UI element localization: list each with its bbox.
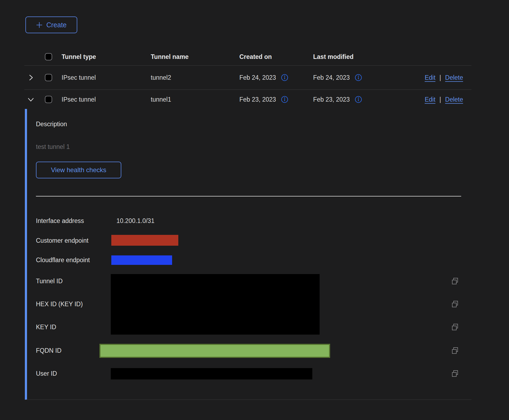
tunnel-name-cell: tunnel1 xyxy=(151,96,171,103)
info-icon[interactable] xyxy=(281,96,288,103)
tunnel-id-label: Tunnel ID xyxy=(36,277,63,285)
customer-endpoint-redacted-value xyxy=(111,235,178,246)
delete-link[interactable]: Delete xyxy=(445,96,463,103)
copy-icon xyxy=(451,277,459,285)
row-checkbox[interactable] xyxy=(45,96,52,103)
tunnel-type-cell: IPsec tunnel xyxy=(62,74,96,81)
copy-tunnel-id-button[interactable] xyxy=(451,277,459,285)
copy-hex-id-button[interactable] xyxy=(451,300,459,308)
info-icon[interactable] xyxy=(281,74,288,81)
tunnel-type-cell: IPsec tunnel xyxy=(62,96,96,103)
chevron-down-icon xyxy=(26,95,35,104)
edit-link[interactable]: Edit xyxy=(425,96,436,103)
select-all-checkbox[interactable] xyxy=(45,53,52,61)
copy-icon xyxy=(451,347,459,354)
copy-fqdn-id-button[interactable] xyxy=(451,347,459,354)
copy-icon xyxy=(451,323,459,331)
info-icon xyxy=(355,74,362,81)
created-on-cell: Feb 23, 2023 xyxy=(239,96,276,103)
chevron-right-icon xyxy=(26,73,35,82)
actions-separator: | xyxy=(440,74,441,81)
plus-icon xyxy=(36,22,43,28)
description-label: Description xyxy=(36,120,67,128)
cloudflare-endpoint-redacted-value xyxy=(111,255,172,265)
ids-redacted-value xyxy=(111,274,320,335)
edit-link[interactable]: Edit xyxy=(425,74,436,81)
section-divider xyxy=(36,196,461,196)
delete-link[interactable]: Delete xyxy=(445,74,463,81)
table-row-tunnel2: IPsec tunnel tunnel2 Feb 24, 2023 Feb 24… xyxy=(24,66,471,90)
fqdn-id-redacted-value xyxy=(99,344,330,358)
create-button[interactable]: Create xyxy=(25,16,77,33)
last-modified-cell: Feb 24, 2023 xyxy=(313,74,350,81)
description-value: test tunnel 1 xyxy=(36,142,70,151)
copy-key-id-button[interactable] xyxy=(451,323,459,331)
tunnel-name-cell: tunnel2 xyxy=(151,74,171,81)
last-modified-cell: Feb 23, 2023 xyxy=(313,96,350,103)
info-icon xyxy=(281,74,288,81)
ipsec-tunnels-page: Create Tunnel type Tunnel name Created o… xyxy=(0,0,509,420)
header-tunnel-type: Tunnel type xyxy=(62,53,96,61)
header-tunnel-name: Tunnel name xyxy=(151,53,189,61)
table-header-row: Tunnel type Tunnel name Created on Last … xyxy=(24,48,471,66)
info-icon[interactable] xyxy=(355,74,362,81)
view-health-checks-button[interactable]: View health checks xyxy=(36,162,121,178)
customer-endpoint-label: Customer endpoint xyxy=(36,236,88,245)
collapse-row-button[interactable] xyxy=(26,95,35,104)
fqdn-id-label: FQDN ID xyxy=(36,346,62,355)
header-created-on: Created on xyxy=(239,53,272,61)
expand-row-button[interactable] xyxy=(26,73,35,82)
copy-icon xyxy=(451,300,459,308)
header-last-modified: Last modified xyxy=(313,53,354,61)
key-id-label: KEY ID xyxy=(36,323,56,331)
created-on-cell: Feb 24, 2023 xyxy=(239,74,276,81)
table-row-tunnel1: IPsec tunnel tunnel1 Feb 23, 2023 Feb 23… xyxy=(24,90,471,109)
info-icon xyxy=(355,96,362,103)
expanded-tunnel-panel: Description test tunnel 1 View health ch… xyxy=(25,109,471,400)
copy-icon xyxy=(451,370,459,377)
hex-id-label: HEX ID (KEY ID) xyxy=(36,300,83,308)
interface-address-label: Interface address xyxy=(36,216,84,225)
user-id-label: User ID xyxy=(36,369,57,378)
actions-separator: | xyxy=(440,96,441,103)
row-checkbox[interactable] xyxy=(45,74,52,81)
interface-address-value: 10.200.1.0/31 xyxy=(116,216,155,225)
user-id-redacted-value xyxy=(111,368,312,379)
info-icon[interactable] xyxy=(355,96,362,103)
cloudflare-endpoint-label: Cloudflare endpoint xyxy=(36,256,90,264)
info-icon xyxy=(281,96,288,103)
copy-user-id-button[interactable] xyxy=(451,370,459,377)
create-button-label: Create xyxy=(46,21,66,29)
